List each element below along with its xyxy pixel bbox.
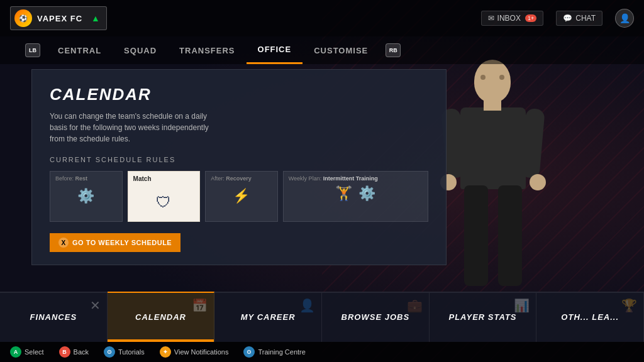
chat-button[interactable]: 💬 CHAT [556,11,602,26]
finances-icon: ✕ [90,298,101,313]
calendar-icon: 📅 [192,298,208,313]
my-career-label: MY CAREER [241,312,296,322]
weekly-button-label: Go to Weekly Schedule [72,239,172,246]
club-arrow-icon: ▲ [91,13,100,23]
inbox-icon: ✉ [488,14,494,23]
tab-other-leagues[interactable]: 🏆 OTH... LEA... [536,292,644,342]
career-icon: 👤 [299,298,315,313]
char-body [430,60,556,299]
footer-bar: A Select B Back ⊙ Tutorials ✦ View Notif… [0,342,644,362]
schedule-match: Match 🛡 [128,171,201,222]
back-label: Back [74,348,89,356]
other-leagues-label: OTH... LEA... [561,312,619,322]
tab-my-career[interactable]: 👤 MY CAREER [214,292,322,342]
weekly-schedule-button[interactable]: X Go to Weekly Schedule [50,233,180,252]
tab-calendar[interactable]: 📅 CALENDAR [108,292,215,342]
char-right-hand [530,174,546,190]
character-model [430,60,556,311]
nav-central[interactable]: CENTRAL [47,36,113,64]
training-label: Training Centre [258,348,305,356]
avatar[interactable]: 👤 [615,9,634,28]
weekly-icon-2: ⚙️ [358,185,375,202]
schedule-before: Before: Rest ⚙️ [50,171,123,222]
chat-label: CHAT [575,14,596,23]
footer-notifications: ✦ View Notifications [160,346,229,358]
panel-description: You can change the team's schedule on a … [50,111,213,145]
calendar-label: CALENDAR [135,312,186,322]
select-label: Select [25,348,44,356]
a-button: A [10,346,21,358]
section-label: CURRENT SCHEDULE RULES [50,156,428,163]
weekly-icons: 🏋 ⚙️ [289,182,423,206]
char-right-leg [498,185,522,286]
bottom-navigation: ✕ FINANCES 📅 CALENDAR 👤 MY CAREER 💼 BROW… [0,292,644,342]
weekly-card: Weekly Plan: Intermittent Training 🏋 ⚙️ [283,171,428,222]
panel-title: CALENDAR [50,85,428,104]
rb-button[interactable]: RB [386,43,401,57]
nav-transfers[interactable]: TRANSFERS [168,36,246,64]
after-icon: ⚡ [211,184,272,208]
tab-player-stats[interactable]: 📊 PLAYER STATS [430,292,537,342]
browse-jobs-label: BROWSE JOBS [341,312,410,322]
x-button-icon: X [58,238,69,248]
after-card: After: Recovery ⚡ [205,171,278,222]
header-bar: ⚽ VAPEX FC ▲ ✉ INBOX 1+ 💬 CHAT 👤 [0,0,644,36]
nav-tabs: LB CENTRAL SQUAD TRANSFERS OFFICE CUSTOM… [0,36,644,64]
leagues-icon: 🏆 [621,298,637,313]
nav-squad[interactable]: SQUAD [113,36,168,64]
training-icon: ⊙ [243,346,255,358]
club-icon: ⚽ [14,9,32,27]
notifications-icon: ✦ [160,346,171,358]
lb-button[interactable]: LB [25,43,40,57]
nav-office[interactable]: OFFICE [247,36,303,64]
header-right: ✉ INBOX 1+ 💬 CHAT 👤 [481,9,634,28]
inbox-button[interactable]: ✉ INBOX 1+ [481,11,544,26]
player-stats-label: PLAYER STATS [448,312,516,322]
tutorials-icon: ⊙ [104,346,115,358]
tab-finances[interactable]: ✕ FINANCES [0,292,108,342]
inbox-count: 1+ [525,14,536,22]
char-left-leg [464,185,488,286]
footer-training: ⊙ Training Centre [243,346,305,358]
match-card: Match 🛡 [128,171,201,222]
footer-select: A Select [10,346,44,358]
main-panel: CALENDAR You can change the team's sched… [31,69,447,265]
nav-customise[interactable]: CUSTOMISE [303,36,379,64]
chat-icon: 💬 [563,14,572,23]
notifications-label: View Notifications [174,348,229,356]
before-label: Before: Rest [55,175,117,182]
inbox-label: INBOX [497,14,521,23]
char-head [474,60,511,102]
footer-back: B Back [59,346,89,358]
stats-icon: 📊 [514,298,530,313]
match-label: Match [133,175,195,182]
club-name: VAPEX FC [37,14,82,23]
schedule-row: Before: Rest ⚙️ Match 🛡 After: Recovery … [50,171,428,222]
after-label: After: Recovery [211,175,272,182]
jobs-icon: 💼 [407,298,423,313]
tab-browse-jobs[interactable]: 💼 BROWSE JOBS [322,292,430,342]
before-card: Before: Rest ⚙️ [50,171,123,222]
schedule-weekly: Weekly Plan: Intermittent Training 🏋 ⚙️ [283,171,428,222]
weekly-plan-label: Weekly Plan: Intermittent Training [289,175,423,182]
char-torso [460,107,526,189]
weekly-icon-1: 🏋 [335,185,352,202]
tutorials-label: Tutorials [118,348,145,356]
before-icon: ⚙️ [55,184,117,208]
schedule-after: After: Recovery ⚡ [205,171,278,222]
b-button: B [59,346,70,358]
finances-label: FINANCES [30,312,77,322]
club-badge[interactable]: ⚽ VAPEX FC ▲ [10,6,107,30]
footer-tutorials: ⊙ Tutorials [104,346,145,358]
